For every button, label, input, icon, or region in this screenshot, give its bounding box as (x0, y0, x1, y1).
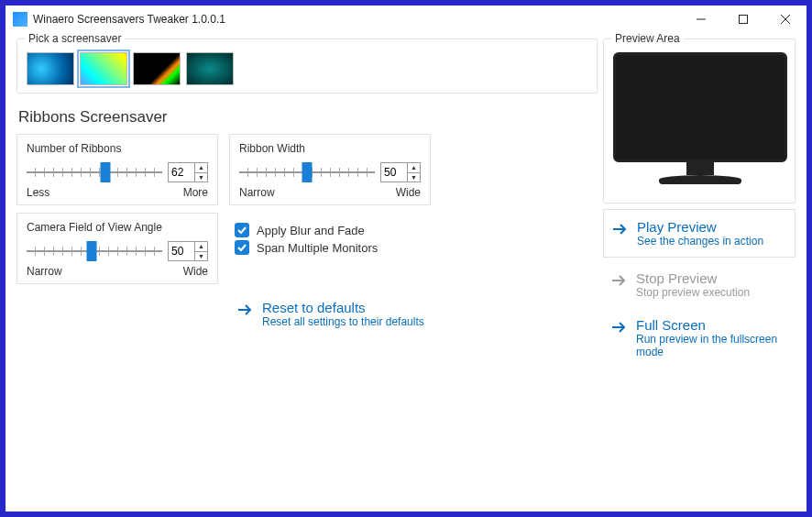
svg-rect-1 (740, 16, 748, 24)
ribbons-count-input[interactable] (169, 166, 194, 179)
application-window: Winaero Screensavers Tweaker 1.0.0.1 Pic… (5, 6, 807, 512)
checkbox-label: Apply Blur and Fade (257, 224, 365, 237)
screensaver-thumb-ribbons[interactable] (80, 52, 127, 85)
spinner-up-icon[interactable]: ▲ (195, 242, 207, 252)
settings-col-right: Ribbon Width ▲▼ NarrowWide (229, 134, 432, 337)
ribbon-width-spinner[interactable]: ▲▼ (380, 162, 421, 182)
ribbon-width-slider[interactable] (239, 160, 375, 184)
fov-group: Camera Field of View Angle ▲▼ Narro (16, 213, 218, 284)
link-title: Play Preview (637, 219, 763, 235)
link-subtitle: See the changes in action (637, 235, 763, 248)
link-title: Full Screen (636, 317, 788, 333)
ribbon-width-input[interactable] (381, 166, 407, 179)
slider-thumb[interactable] (100, 162, 110, 182)
arrow-right-icon (236, 302, 253, 318)
app-icon (13, 12, 27, 27)
ribbons-count-label: Number of Ribbons (27, 142, 208, 155)
link-title: Reset to defaults (262, 300, 424, 315)
link-subtitle: Reset all settings to their defaults (262, 315, 424, 328)
ribbons-count-group: Number of Ribbons ▲▼ LessMore (16, 134, 218, 205)
spinner-down-icon[interactable]: ▼ (408, 173, 420, 182)
fov-spinner[interactable]: ▲▼ (168, 241, 208, 261)
fov-label: Camera Field of View Angle (27, 221, 208, 234)
section-title: Ribbons Screensaver (18, 108, 598, 126)
arrow-right-icon (610, 319, 627, 336)
maximize-button[interactable] (722, 6, 764, 33)
link-subtitle: Stop preview execution (636, 286, 750, 299)
ribbons-count-slider[interactable] (27, 160, 162, 184)
content-area: Pick a screensaver Ribbons Screensaver N… (5, 33, 807, 512)
ribbons-count-spinner[interactable]: ▲▼ (168, 162, 208, 182)
range-max: Wide (183, 265, 208, 278)
spinner-down-icon[interactable]: ▼ (195, 173, 207, 182)
arrow-right-icon (611, 221, 628, 237)
preview-area: Preview Area (603, 38, 796, 204)
screensaver-thumb-bubbles[interactable] (27, 52, 74, 85)
range-min: Narrow (27, 265, 62, 278)
screensaver-thumb-mystify[interactable] (133, 52, 181, 85)
reset-defaults-link[interactable]: Reset to defaults Reset all settings to … (229, 291, 432, 337)
minimize-button[interactable] (680, 6, 722, 33)
checkbox-icon (235, 240, 249, 255)
monitor-icon (613, 52, 787, 190)
range-min: Less (27, 186, 49, 199)
checkbox-group: Apply Blur and Fade Span Multiple Monito… (229, 213, 432, 258)
left-pane: Pick a screensaver Ribbons Screensaver N… (16, 38, 598, 500)
window-controls (680, 6, 807, 33)
link-subtitle: Run preview in the fullscreen mode (636, 333, 788, 358)
range-min: Narrow (239, 186, 275, 199)
settings-row: Number of Ribbons ▲▼ LessMore (16, 134, 598, 337)
spinner-up-icon[interactable]: ▲ (408, 163, 420, 173)
range-max: More (183, 186, 208, 199)
span-monitors-checkbox[interactable]: Span Multiple Monitors (235, 240, 432, 255)
slider-thumb[interactable] (302, 162, 313, 182)
range-max: Wide (396, 186, 421, 199)
screensaver-thumb-aurora[interactable] (186, 52, 234, 85)
screensaver-picker: Pick a screensaver (16, 38, 598, 94)
spinner-up-icon[interactable]: ▲ (195, 163, 207, 173)
checkbox-icon (235, 223, 249, 237)
play-preview-link[interactable]: Play Preview See the changes in action (603, 209, 796, 258)
link-title: Stop Preview (636, 270, 750, 286)
fov-slider[interactable] (27, 239, 162, 263)
ribbon-width-group: Ribbon Width ▲▼ NarrowWide (229, 134, 431, 205)
full-screen-link[interactable]: Full Screen Run preview in the fullscree… (603, 308, 796, 368)
picker-label: Pick a screensaver (25, 32, 125, 45)
arrow-right-icon (610, 272, 627, 289)
blur-fade-checkbox[interactable]: Apply Blur and Fade (235, 223, 432, 237)
ribbon-width-label: Ribbon Width (239, 142, 421, 155)
right-pane: Preview Area Play Preview See the change… (603, 38, 796, 500)
checkbox-label: Span Multiple Monitors (257, 241, 378, 255)
settings-col-left: Number of Ribbons ▲▼ LessMore (16, 134, 218, 337)
slider-thumb[interactable] (87, 241, 97, 261)
window-title: Winaero Screensavers Tweaker 1.0.0.1 (33, 13, 680, 26)
titlebar: Winaero Screensavers Tweaker 1.0.0.1 (5, 6, 807, 33)
thumbnail-row (27, 49, 587, 85)
spinner-down-icon[interactable]: ▼ (195, 252, 207, 261)
stop-preview-link: Stop Preview Stop preview execution (603, 261, 796, 308)
preview-label: Preview Area (611, 32, 684, 45)
fov-input[interactable] (169, 245, 194, 258)
close-button[interactable] (764, 6, 807, 33)
